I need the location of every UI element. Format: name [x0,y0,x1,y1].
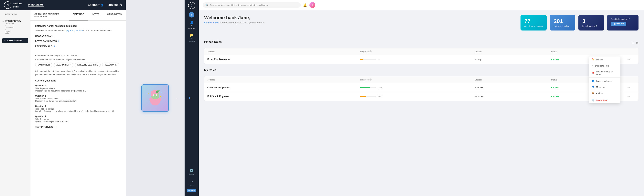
stat-roles-label: job roles out of 5 [582,25,600,27]
logout-label: Log Out [189,184,194,186]
welcome-text: Welcome back Jane, 43 Interviews have be… [204,15,516,24]
upgrade-plan-link[interactable]: Upgrade your plan [65,29,83,32]
main-content: INTERVIEWS ⋯ ○ My first interview Candid… [0,10,126,196]
my-row-1: Full Stack Engineer 20/53 12:13 PM [204,92,638,101]
right-nav-archived[interactable]: 📁 6 Archived [184,31,199,44]
right-nav-settings[interactable]: ⚙️ Settings [187,167,196,177]
logo: C curious thing [4,1,22,9]
tab-candidates[interactable]: CANDIDATES [103,10,126,21]
upgrade-button-small[interactable]: UPGRADE [187,189,196,192]
bell-icon[interactable]: 🔔 [303,3,307,7]
nav-logout[interactable]: LOG OUT ⏻ [108,4,122,7]
pinned-more-button-0[interactable]: ••• [628,58,630,61]
interview-tabs: GRADUATE ENGINEER INTERVIEW SETTINGS INV… [30,10,126,21]
my-more-button-0[interactable]: ••• [628,86,630,89]
stat-invited-label: candidates invited [554,25,571,27]
upgrade-plan-action[interactable]: UPGRADE PLAN › [35,35,121,38]
right-add-button[interactable]: + [189,12,194,18]
svg-text:✦: ✦ [160,96,161,97]
tab-invite[interactable]: INVITE [88,10,103,21]
svg-text:✦: ✦ [160,92,162,93]
add-interview-button[interactable]: + ADD INTERVIEW [2,38,28,43]
menu-archive[interactable]: 📦 Archive [589,90,620,96]
my-roles-table: Job role Progress ⓘ Created Status Call … [204,76,638,101]
menu-duplicate[interactable]: ⊕ Duplicate Role [589,63,620,69]
interview-info: My first interview Candidates 0 Complete… [5,20,28,34]
upgrade-card-button[interactable]: Upgrade Plan [611,22,626,26]
right-nav-my-roles[interactable]: 👤 8 My Roles [184,19,199,31]
stat-invited-number: 201 [554,18,571,24]
interview-length: Estimated interview length is: 10-12 min… [35,54,121,57]
tab-graduate[interactable]: GRADUATE ENGINEER INTERVIEW [30,10,69,21]
grid-view-icon[interactable]: ⊞ [636,42,638,45]
custom-questions-title: Custom Questions [35,79,121,82]
stat-completed-number: 77 [524,18,543,24]
details-icon: ✏️ [592,58,594,61]
menu-details[interactable]: ✏️ Details [589,56,620,63]
settings-label: Settings [189,173,194,175]
my-roles-label: My Roles [188,28,195,29]
my-roles-title: My Roles [204,68,216,72]
tab-settings[interactable]: SETTINGS [69,10,88,21]
right-nav-logout[interactable]: ↩ Log Out [187,178,196,188]
my-col-created: Created [475,78,551,81]
sidebar-more-icon[interactable]: ⋯ [26,14,28,16]
stat-roles: 3 job roles out of 5 [578,15,604,31]
my-col-job-role: Job role [207,78,360,81]
middle-section: ★ ✦ ✦ [126,0,184,196]
sidebar-interview-item[interactable]: ○ My first interview Candidates 0 Comple… [0,18,30,36]
search-bar: 🔍 [202,2,301,8]
stats-cards: 77 completed interviews 201 candidates i… [520,15,638,31]
stat-invited: 201 candidates invited [550,15,575,31]
attr-adaptability[interactable]: ADAPTABILITY [54,63,73,67]
pinned-roles-icons: ☰ ⊞ [632,42,638,45]
welcome-subtitle: 43 Interviews have been completed since … [204,21,516,24]
test-interview-action[interactable]: TEST INTERVIEW + [35,125,121,129]
avatar: J [310,2,315,8]
my-job-name-1: Full Stack Engineer [207,95,360,98]
stat-roles-number: 3 [582,18,600,24]
review-emails-action[interactable]: REVIEW EMAILS + [35,45,121,48]
unpin-icon: 📌 [592,72,594,74]
my-created-1: 12:13 PM [475,95,551,97]
search-input[interactable] [210,4,298,6]
my-table-header: Job role Progress ⓘ Created Status [204,76,638,83]
character-box: ★ ✦ ✦ [141,84,169,112]
list-view-icon[interactable]: ☰ [632,42,634,45]
my-roles-count: 8 [191,25,192,27]
question-4: Question 4 Title: Teamwork Question: How… [35,115,121,123]
nav-interviews[interactable]: INTERVIEWS [28,3,44,7]
header-icons: 🔔 J [303,2,315,8]
settings-icon: ⚙️ [190,169,194,172]
interview-icon: ○ [2,20,4,23]
attr-motivation[interactable]: MOTIVATION [35,63,52,67]
menu-delete[interactable]: 🗑️ Delete Role [589,97,620,103]
invite-candidates-action[interactable]: INVITE CANDIDATES + [35,40,121,43]
welcome-title: Welcome back Jane, [204,15,516,21]
attributes-label: Attributes that will be measured in your… [35,58,121,61]
question-3: Question 3 Title: Problem solving Questi… [35,105,121,112]
menu-invite[interactable]: 👥 Invite candidates [589,78,620,84]
attr-lifelong[interactable]: LIFELONG LEARNING [75,63,101,67]
attributes-list: MOTIVATION ADAPTABILITY LIFELONG LEARNIN… [35,63,121,67]
transition-arrow [177,97,190,99]
svg-point-6 [154,95,154,95]
my-more-button-1[interactable]: ••• [628,95,630,98]
attr-teamwork[interactable]: TEAMWORK [102,63,119,67]
right-header: 🔍 🔔 J [199,0,644,10]
archived-count: 6 [191,38,192,40]
archived-icon: 📁 [190,33,194,37]
menu-unpin[interactable]: 📌 Unpin from top of page [589,69,620,77]
sidebar: INTERVIEWS ⋯ ○ My first interview Candid… [0,10,30,196]
context-menu: ✏️ Details ⊕ Duplicate Role 📌 Unpin from… [589,56,620,103]
review-plus: + [54,45,55,48]
menu-members[interactable]: 👤 Members [589,84,620,90]
nav-account[interactable]: ACCOUNT 👤 [88,4,104,7]
col-status: Status [551,50,628,53]
question-1: Question 1 Title: Experience in C+ Quest… [35,84,121,92]
pinned-roles-header: Pinned Roles ☰ ⊞ [204,40,638,46]
logo-icon: C [4,1,12,9]
col-actions [628,50,635,53]
my-job-name-0: Call Centre Operator [207,86,360,89]
svg-text:★: ★ [147,92,149,94]
